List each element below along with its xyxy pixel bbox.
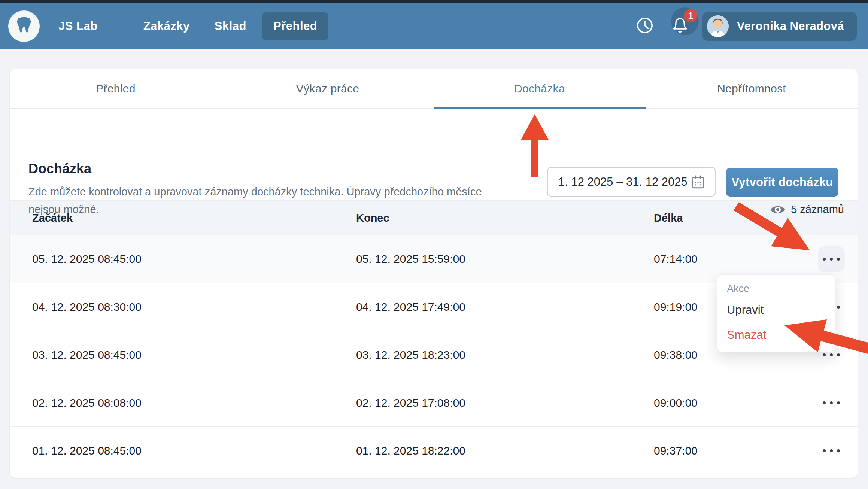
column-header-duration: Délka — [654, 212, 789, 224]
cell-start: 04. 12. 2025 08:30:00 — [32, 301, 356, 313]
table-row: 01. 12. 2025 08:45:00 01. 12. 2025 18:22… — [10, 427, 858, 475]
attendance-page: { "navbar": { "brand": "JS Lab", "items"… — [0, 0, 868, 489]
nav-item-sklad[interactable]: Sklad — [215, 19, 246, 33]
date-range-value: 1. 12 2025 – 31. 12 2025 — [558, 175, 688, 189]
nav-item-zakazky[interactable]: Zakázky — [143, 19, 190, 33]
cell-duration: 09:37:00 — [654, 444, 789, 457]
cell-end: 03. 12. 2025 18:23:00 — [356, 349, 654, 361]
avatar — [707, 15, 729, 37]
tab-prehled[interactable]: Přehled — [10, 69, 222, 108]
cell-duration: 07:14:00 — [654, 253, 789, 265]
cell-end: 04. 12. 2025 17:49:00 — [356, 301, 654, 313]
row-actions-button[interactable] — [818, 438, 845, 464]
tooth-icon — [16, 16, 32, 37]
records-count-text: 5 záznamů — [791, 203, 844, 216]
cell-end: 02. 12. 2025 17:08:00 — [356, 397, 654, 409]
records-count: 5 záznamů — [770, 203, 844, 216]
date-range-input[interactable]: 1. 12 2025 – 31. 12 2025 — [547, 167, 716, 197]
user-name: Veronika Neradová — [737, 19, 844, 33]
window-top-strip — [0, 0, 868, 3]
cell-start: 02. 12. 2025 08:08:00 — [32, 397, 356, 409]
cell-start: 01. 12. 2025 08:45:00 — [32, 444, 356, 457]
row-actions-button[interactable] — [818, 390, 845, 416]
main-nav: Zakázky Sklad Přehled — [98, 12, 329, 40]
tab-dochazka[interactable]: Docházka — [434, 69, 646, 108]
cell-start: 03. 12. 2025 08:45:00 — [32, 349, 356, 361]
navbar: JS Lab Zakázky Sklad Přehled 1 — [0, 3, 868, 49]
tab-nepritomnost[interactable]: Nepřítomnost — [646, 69, 858, 108]
ellipsis-icon — [823, 353, 826, 356]
notifications-button[interactable]: 1 — [670, 16, 691, 37]
row-actions-menu: Akce Upravit Smazat — [717, 274, 836, 352]
page-title: Docházka — [28, 161, 91, 177]
user-menu[interactable]: Veronika Neradová — [702, 12, 857, 41]
tab-vykaz-prace[interactable]: Výkaz práce — [222, 69, 434, 108]
brand-name: JS Lab — [58, 19, 98, 33]
ellipsis-icon — [823, 258, 826, 261]
ellipsis-icon — [823, 401, 826, 404]
cell-end: 05. 12. 2025 15:59:00 — [356, 253, 654, 265]
notification-badge: 1 — [684, 9, 697, 22]
cell-duration: 09:00:00 — [654, 397, 789, 409]
content-card: Přehled Výkaz práce Docházka Nepřítomnos… — [9, 69, 858, 478]
menu-item-upravit[interactable]: Upravit — [727, 303, 764, 317]
clock-icon — [636, 17, 653, 36]
table-row: 02. 12. 2025 08:08:00 02. 12. 2025 17:08… — [10, 379, 858, 427]
create-attendance-button[interactable]: Vytvořit docházku — [726, 168, 838, 197]
menu-item-smazat[interactable]: Smazat — [727, 328, 766, 342]
navbar-right: 1 Veronika Neradová — [635, 12, 857, 41]
calendar-icon — [690, 174, 706, 190]
section-header: Docházka Zde můžete kontrolovat a upravo… — [10, 109, 858, 200]
app-logo[interactable] — [8, 10, 40, 42]
nav-item-prehled-active[interactable]: Přehled — [262, 12, 328, 40]
cell-end: 01. 12. 2025 18:22:00 — [356, 444, 654, 457]
cell-start: 05. 12. 2025 08:45:00 — [32, 253, 356, 265]
row-actions-button[interactable] — [818, 246, 845, 272]
eye-icon — [770, 204, 786, 215]
tab-bar: Přehled Výkaz práce Docházka Nepřítomnos… — [10, 69, 858, 109]
page-description: Zde můžete kontrolovat a upravovat zázna… — [28, 183, 508, 218]
ellipsis-icon — [823, 449, 826, 452]
menu-section-label: Akce — [727, 283, 749, 295]
time-tracking-button[interactable] — [635, 16, 655, 36]
